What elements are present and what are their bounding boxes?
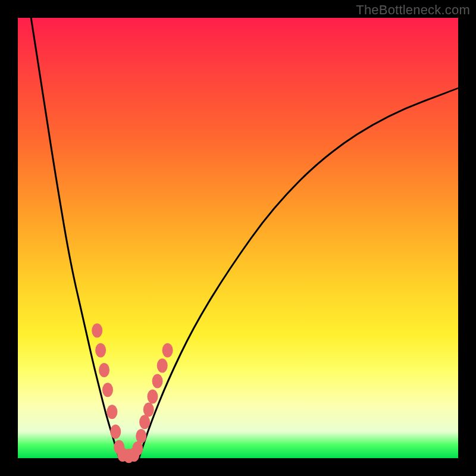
watermark-text: TheBottleneck.com (356, 2, 470, 18)
bead-marker (132, 441, 143, 456)
bead-marker (139, 415, 150, 429)
bead-marker (102, 383, 113, 397)
bead-marker (157, 359, 168, 373)
bead-marker (162, 343, 173, 358)
curve-group (31, 18, 458, 458)
bead-marker (136, 429, 146, 443)
bead-marker (95, 343, 106, 358)
bead-marker (143, 403, 154, 417)
bead-marker (99, 363, 109, 377)
bead-group (92, 323, 173, 463)
bead-marker (110, 425, 121, 439)
outer-frame: TheBottleneck.com (0, 0, 476, 476)
bead-marker (147, 389, 158, 403)
bead-marker (152, 374, 163, 389)
bottleneck-curve (31, 18, 458, 458)
bead-marker (107, 405, 117, 419)
bead-marker (92, 323, 102, 337)
plot-area (18, 18, 458, 458)
curve-layer (18, 18, 458, 458)
